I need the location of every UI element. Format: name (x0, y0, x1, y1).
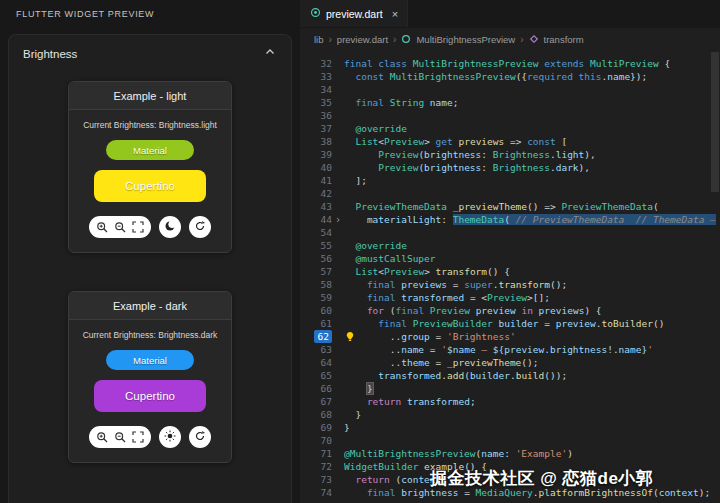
code-text[interactable]: final transformed = <Preview>[]; (344, 291, 720, 304)
breadcrumb-method[interactable]: transform (544, 34, 584, 45)
line-number[interactable]: 65 (300, 369, 332, 382)
line-number[interactable]: 60 (300, 304, 332, 317)
line-number[interactable]: 64 (300, 356, 332, 369)
zoom-in-icon[interactable] (96, 431, 109, 444)
line-number[interactable]: 55 (300, 239, 332, 252)
code-text[interactable]: ..name = '$name — ${preview.brightness!.… (344, 343, 720, 356)
code-text[interactable]: final String name; (344, 96, 720, 109)
line-number[interactable]: 61 (300, 317, 332, 330)
code-text[interactable]: } (344, 408, 720, 421)
code-text[interactable] (344, 109, 720, 122)
fullscreen-icon[interactable] (132, 221, 144, 233)
close-icon[interactable]: × (392, 8, 398, 20)
fold-collapsed-icon[interactable]: › (332, 213, 344, 226)
line-number[interactable]: 68 (300, 408, 332, 421)
cupertino-button[interactable]: Cupertino (94, 170, 206, 202)
code-text[interactable]: transformed.add(builder.build()); (344, 369, 720, 382)
line-number[interactable]: 59 (300, 291, 332, 304)
code-line: 66 } (300, 382, 720, 395)
code-text[interactable]: Preview(brightness: Brightness.dark), (344, 161, 720, 174)
material-button[interactable]: Material (106, 350, 194, 370)
code-token: () (653, 318, 664, 329)
cupertino-button[interactable]: Cupertino (94, 380, 206, 412)
code-text[interactable]: PreviewThemeData _previewTheme() => Prev… (344, 200, 720, 213)
line-number[interactable]: 57 (300, 265, 332, 278)
line-number[interactable]: 73 (300, 473, 332, 486)
breadcrumb-class[interactable]: MultiBrightnessPreview (416, 34, 515, 45)
code-text[interactable]: final class MultiBrightnessPreview exten… (344, 57, 720, 70)
code-area[interactable]: 32final class MultiBrightnessPreview ext… (300, 50, 720, 503)
refresh-button[interactable] (189, 216, 211, 238)
code-text[interactable] (344, 83, 720, 96)
line-number[interactable]: 58 (300, 278, 332, 291)
line-number[interactable]: 38 (300, 135, 332, 148)
tab-preview-dart[interactable]: preview.dart × (300, 0, 408, 27)
breadcrumb-lib[interactable]: lib (314, 34, 324, 45)
line-number[interactable]: 63 (300, 343, 332, 356)
material-button[interactable]: Material (106, 140, 194, 160)
fold-gutter (332, 434, 344, 447)
zoom-out-icon[interactable] (114, 431, 127, 444)
zoom-out-icon[interactable] (114, 221, 127, 234)
code-token: : (481, 149, 492, 160)
theme-toggle-button[interactable] (159, 426, 181, 448)
line-number[interactable]: 69 (300, 421, 332, 434)
line-number[interactable]: 36 (300, 109, 332, 122)
code-text[interactable]: ..theme = _previewTheme(); (344, 356, 720, 369)
code-token: = < (464, 292, 487, 303)
code-text[interactable]: final PreviewBuilder builder = preview.t… (344, 317, 720, 330)
line-number[interactable]: 66 (300, 382, 332, 395)
fullscreen-icon[interactable] (132, 431, 144, 443)
line-number[interactable]: 74 (300, 486, 332, 499)
code-text[interactable]: for (final Preview preview in previews) … (344, 304, 720, 317)
code-text[interactable]: const MultiBrightnessPreview({required t… (344, 70, 720, 83)
line-number[interactable]: 54 (300, 226, 332, 239)
line-number[interactable]: 41 (300, 174, 332, 187)
line-number[interactable]: 43 (300, 200, 332, 213)
code-text[interactable]: materialLight: ThemeData( // PreviewThem… (344, 213, 720, 226)
theme-toggle-button[interactable] (159, 216, 181, 238)
refresh-button[interactable] (189, 426, 211, 448)
line-number[interactable]: 56 (300, 252, 332, 265)
line-number[interactable]: 70 (300, 434, 332, 447)
line-number[interactable]: 39 (300, 148, 332, 161)
code-text[interactable]: @MultiBrightnessPreview(name: 'Example') (344, 447, 720, 460)
code-text[interactable]: } (344, 382, 720, 395)
code-text[interactable] (344, 226, 720, 239)
line-number[interactable]: 32 (300, 57, 332, 70)
code-token (344, 266, 355, 277)
code-text[interactable] (344, 187, 720, 200)
line-number[interactable]: 35 (300, 96, 332, 109)
zoom-in-icon[interactable] (96, 221, 109, 234)
line-number[interactable]: 44 (300, 213, 332, 226)
line-number[interactable]: 40 (300, 161, 332, 174)
line-number[interactable]: 62 (300, 330, 332, 343)
code-text[interactable]: } (344, 421, 720, 434)
line-number[interactable]: 67 (300, 395, 332, 408)
code-text[interactable]: @mustCallSuper (344, 252, 720, 265)
code-text[interactable]: ..group = 'Brightness' (344, 330, 720, 343)
code-text[interactable]: @override (344, 239, 720, 252)
lightbulb-icon[interactable] (345, 331, 355, 343)
breadcrumb-file[interactable]: preview.dart (337, 34, 388, 45)
line-number[interactable]: 71 (300, 447, 332, 460)
line-number[interactable]: 33 (300, 70, 332, 83)
code-text[interactable]: List<Preview> transform() { (344, 265, 720, 278)
chevron-up-icon[interactable] (263, 45, 277, 63)
line-number[interactable]: 37 (300, 122, 332, 135)
code-text[interactable]: Preview(brightness: Brightness.light), (344, 148, 720, 161)
code-text[interactable]: @override (344, 122, 720, 135)
line-number[interactable]: 34 (300, 83, 332, 96)
code-text[interactable]: return transformed; (344, 395, 720, 408)
line-number[interactable]: 42 (300, 187, 332, 200)
fold-gutter (332, 447, 344, 460)
line-number[interactable]: 72 (300, 460, 332, 473)
code-text[interactable]: ]; (344, 174, 720, 187)
scrollbar-thumb[interactable] (711, 52, 719, 192)
code-token: previews (458, 136, 504, 147)
code-text[interactable] (344, 434, 720, 447)
brightness-section-header[interactable]: Brightness (9, 35, 291, 71)
code-text[interactable]: List<Preview> get previews => const [ (344, 135, 720, 148)
code-text[interactable]: final previews = super.transform(); (344, 278, 720, 291)
code-token: ({ (516, 71, 527, 82)
